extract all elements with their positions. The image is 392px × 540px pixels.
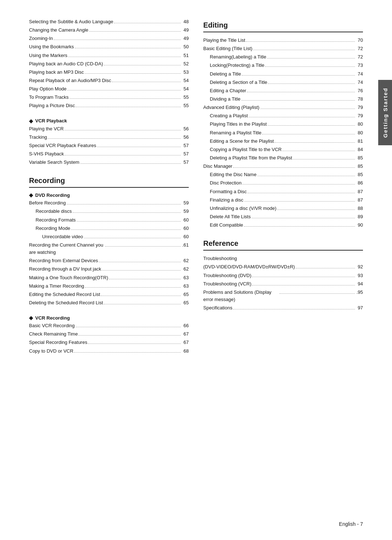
entry-page: 87: [356, 188, 363, 195]
entry-dots: [84, 238, 181, 238]
entry-page: 80: [356, 121, 363, 128]
right-column: Editing Playing the Title List70Basic Ed…: [203, 18, 363, 522]
footer: English - 7: [339, 521, 363, 527]
entry-page: 60: [181, 216, 189, 224]
list-item: Troubleshooting (VCR)94: [203, 280, 363, 288]
entry-label: Using the Markers: [29, 52, 67, 59]
entry-label: Playing back an MP3 Disc: [29, 69, 84, 76]
reference-entries: Troubleshooting(DVD-VIDEO/DVD-RAM/DVD±RW…: [203, 255, 363, 312]
entry-label: Copying a Playlist Title to the VCR: [210, 146, 282, 153]
list-item: Recording Mode60: [29, 225, 189, 232]
entry-page: 52: [181, 60, 189, 68]
entry-page: 65: [181, 291, 189, 298]
entry-dots: [241, 100, 355, 101]
list-item: Zooming-In49: [29, 35, 189, 42]
list-item: Dividing a Title78: [203, 96, 363, 103]
entry-dots: [277, 210, 355, 210]
entry-label: Deleting a Playlist Title from the Playl…: [210, 154, 292, 162]
entry-dots: [97, 147, 181, 147]
dvd-recording-header: ◆ DVD Recording: [29, 192, 189, 198]
entry-dots: [242, 184, 355, 184]
entry-page: 68: [181, 348, 189, 355]
list-item: Deleting a Title74: [203, 70, 363, 78]
vcr-recording-entries: Basic VCR Recording66Check Remaining Tim…: [29, 322, 189, 355]
left-column: Selecting the Subtitle & Audio Language4…: [29, 18, 189, 522]
entry-page: 79: [356, 104, 363, 111]
entry-dots: [78, 335, 181, 336]
entry-page: 85: [356, 171, 363, 178]
entry-label: Unrecordable video: [42, 233, 83, 240]
list-item: Locking(Protecting) a Title73: [203, 62, 363, 69]
vcr-playback-entries: Playing the VCR56Tracking56Special VCR P…: [29, 125, 189, 166]
entry-label: S-VHS Playback: [29, 150, 64, 158]
list-item: S-VHS Playback57: [29, 150, 189, 158]
entry-label: Editing a Scene for the Playlist: [210, 138, 274, 145]
entry-dots: [248, 193, 355, 193]
list-item: Check Remaining Time67: [29, 330, 189, 338]
entry-dots: [233, 167, 355, 168]
list-item: Unrecordable video60: [29, 233, 189, 240]
entry-label: Delete All Title Lists: [210, 213, 251, 220]
entry-dots: [89, 31, 181, 32]
entry-page: 63: [181, 274, 189, 281]
entry-page: 50: [181, 43, 189, 50]
entry-dots: [104, 304, 181, 304]
list-item: Editing a Chapter76: [203, 87, 363, 94]
entry-page: 57: [181, 150, 189, 158]
list-item: Changing the Camera Angle49: [29, 27, 189, 34]
entry-dots: [48, 138, 181, 139]
entry-label: Play Option Mode: [29, 85, 66, 93]
entry-label: Check Remaining Time: [29, 330, 78, 338]
entry-dots: [268, 125, 355, 126]
main-content: Selecting the Subtitle & Audio Language4…: [0, 0, 392, 540]
entry-dots: [71, 230, 181, 230]
entry-dots: [54, 40, 181, 40]
entry-dots: [274, 142, 355, 143]
entry-page: 89: [356, 213, 363, 220]
entry-label: Creating a Playlist: [210, 112, 248, 119]
entry-page: 90: [356, 222, 363, 229]
entry-dots: [69, 98, 181, 99]
top-toc-entries: Selecting the Subtitle & Audio Language4…: [29, 18, 189, 110]
entry-page: 93: [356, 272, 363, 279]
entry-dots: [260, 109, 355, 109]
list-item: Making a One Touch Recording(OTR)63: [29, 274, 189, 281]
entry-page: 56: [181, 125, 189, 133]
entry-label: (DVD-VIDEO/DVD-RAM/DVD±RW/DVD±R): [203, 263, 295, 271]
entry-label: Playing the Title List: [203, 37, 245, 44]
entry-page: 79: [356, 112, 363, 119]
entry-dots: [247, 92, 355, 92]
entry-dots: [249, 117, 355, 117]
editing-divider: [203, 32, 363, 32]
entry-page: 55: [181, 102, 189, 109]
entry-page: 67: [181, 339, 189, 346]
entry-dots: [252, 285, 355, 285]
entry-dots: [101, 296, 181, 296]
list-item: Delete All Title Lists89: [203, 213, 363, 220]
entry-page: 74: [356, 70, 363, 78]
entry-page: 66: [181, 322, 189, 329]
reference-section-header: Reference: [203, 239, 363, 248]
entry-page: 97: [356, 304, 363, 312]
entry-page: 54: [181, 85, 189, 93]
entry-label: Repeat Playback of an Audio/MP3 Disc: [29, 77, 111, 84]
list-item: Recordable discs59: [29, 208, 189, 215]
list-item: To Program Tracks55: [29, 94, 189, 101]
entry-label: Recording from External Devices: [29, 257, 98, 264]
list-item: Special Recording Features67: [29, 339, 189, 346]
list-item: Playing the VCR56: [29, 125, 189, 133]
entry-label: Advanced Editing (Playlist): [203, 104, 260, 111]
entry-page: 60: [181, 225, 189, 232]
list-item: Recording through a DV Input jack62: [29, 265, 189, 273]
entry-page: 67: [181, 330, 189, 338]
side-tab-text: Getting Started: [382, 88, 388, 138]
entry-page: 80: [356, 129, 363, 137]
entry-page: 72: [356, 45, 363, 52]
entry-page: 85: [356, 163, 363, 170]
entry-dots: [295, 268, 355, 268]
list-item: Renaming(Labeling) a Title72: [203, 53, 363, 61]
entry-page: 53: [181, 69, 189, 76]
entry-dots: [252, 277, 355, 277]
list-item: Playing back an Audio CD (CD-DA)52: [29, 60, 189, 68]
list-item: Basic Editing (Title List)72: [203, 45, 363, 52]
